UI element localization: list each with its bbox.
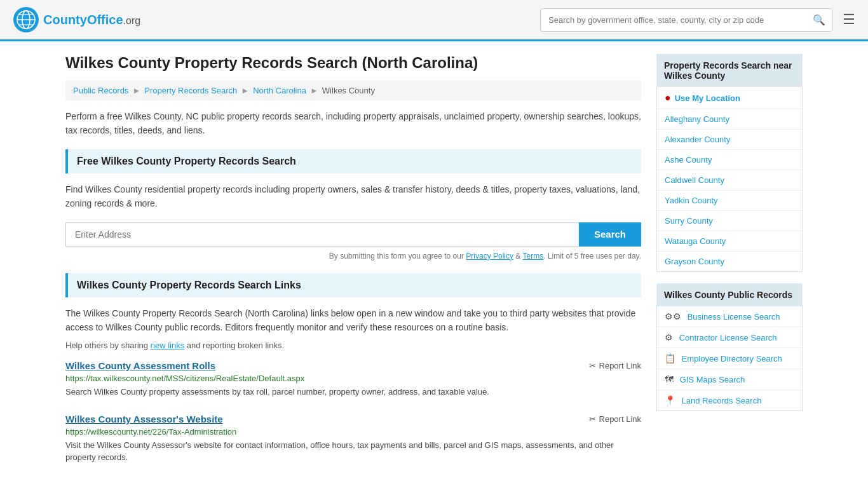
- logo-wordmark: CountyOffice.org: [43, 13, 140, 27]
- sidebar-item-contractor-license[interactable]: ⚙ Contractor License Search: [657, 327, 802, 348]
- sidebar-nearby-heading: Property Records Search near Wilkes Coun…: [656, 54, 803, 87]
- watauga-county-link[interactable]: Watauga County: [657, 231, 802, 251]
- sidebar-public-records-heading: Wilkes County Public Records: [656, 283, 803, 306]
- global-search-button[interactable]: 🔍: [806, 9, 832, 31]
- yadkin-county-link[interactable]: Yadkin County: [657, 191, 802, 210]
- record-link-title-1[interactable]: Wilkes County Assessor's Website: [65, 414, 223, 424]
- contractor-license-link[interactable]: ⚙ Contractor License Search: [657, 327, 802, 348]
- gear-icon: ⚙⚙: [665, 311, 681, 322]
- sidebar-item-surry[interactable]: Surry County: [657, 211, 802, 231]
- sidebar-item-business-license[interactable]: ⚙⚙ Business License Search: [657, 306, 802, 327]
- sidebar-item-caldwell[interactable]: Caldwell County: [657, 170, 802, 191]
- address-search-form: Search By submitting this form you agree…: [65, 222, 641, 261]
- location-pin-icon: ●: [665, 92, 671, 104]
- global-search-bar[interactable]: 🔍: [540, 8, 832, 32]
- use-location-link[interactable]: ● Use My Location: [657, 87, 802, 109]
- land-pin-icon: 📍: [665, 395, 675, 405]
- page-container: Wilkes County Property Records Search (N…: [53, 41, 815, 488]
- land-records-link[interactable]: 📍 Land Records Search: [657, 390, 802, 410]
- free-search-heading: Free Wilkes County Property Records Sear…: [65, 149, 641, 173]
- employee-directory-link[interactable]: 📋 Employee Directory Search: [657, 348, 802, 369]
- help-text: Help others by sharing new links and rep…: [65, 341, 641, 350]
- breadcrumb-item-wilkes-county: Wilkes County: [322, 86, 375, 95]
- logo-icon: [13, 6, 39, 33]
- breadcrumb-item-north-carolina[interactable]: North Carolina: [253, 86, 306, 95]
- sidebar-nearby-list: ● Use My Location Alleghany County Alexa…: [656, 87, 803, 272]
- free-search-description: Find Wilkes County residential property …: [65, 182, 641, 211]
- record-link-item-1: Wilkes County Assessor's Website ✂ Repor…: [65, 414, 641, 464]
- record-link-item-0: Wilkes County Assessment Rolls ✂ Report …: [65, 360, 641, 398]
- record-desc-0: Search Wilkes County property assessment…: [65, 386, 641, 398]
- breadcrumb: Public Records ► Property Records Search…: [65, 81, 641, 100]
- alleghany-county-link[interactable]: Alleghany County: [657, 109, 802, 129]
- sidebar-public-records-list: ⚙⚙ Business License Search ⚙ Contractor …: [656, 306, 803, 411]
- privacy-policy-link[interactable]: Privacy Policy: [466, 252, 513, 261]
- logo[interactable]: CountyOffice.org: [13, 6, 140, 33]
- header-search-area: 🔍 ☰: [540, 8, 855, 32]
- address-search-input[interactable]: [65, 222, 579, 247]
- new-links-link[interactable]: new links: [151, 341, 184, 350]
- page-description: Perform a free Wilkes County, NC public …: [65, 109, 641, 138]
- record-link-title-0[interactable]: Wilkes County Assessment Rolls: [65, 360, 215, 371]
- sidebar-item-land-records[interactable]: 📍 Land Records Search: [657, 390, 802, 410]
- caldwell-county-link[interactable]: Caldwell County: [657, 170, 802, 190]
- settings-icon: ⚙: [665, 332, 673, 342]
- record-url-0: https://tax.wilkescounty.net/MSS/citizen…: [65, 374, 641, 383]
- hamburger-menu-icon[interactable]: ☰: [843, 11, 855, 28]
- page-title: Wilkes County Property Records Search (N…: [65, 54, 641, 72]
- sidebar-item-alexander[interactable]: Alexander County: [657, 130, 802, 150]
- main-content: Wilkes County Property Records Search (N…: [65, 54, 641, 479]
- map-icon: 🗺: [665, 374, 674, 384]
- sidebar-item-gis-maps[interactable]: 🗺 GIS Maps Search: [657, 369, 802, 390]
- sidebar: Property Records Search near Wilkes Coun…: [656, 54, 803, 479]
- scissors-icon-0: ✂: [589, 361, 596, 370]
- global-search-input[interactable]: [541, 10, 806, 30]
- sidebar-item-ashe[interactable]: Ashe County: [657, 150, 802, 170]
- address-search-row: Search: [65, 222, 641, 247]
- sidebar-item-alleghany[interactable]: Alleghany County: [657, 109, 802, 130]
- sidebar-item-yadkin[interactable]: Yadkin County: [657, 191, 802, 211]
- form-note: By submitting this form you agree to our…: [65, 252, 641, 261]
- links-section: Wilkes County Property Records Search Li…: [65, 273, 641, 464]
- breadcrumb-item-property-records-search[interactable]: Property Records Search: [144, 86, 237, 95]
- breadcrumb-item-public-records[interactable]: Public Records: [73, 86, 128, 95]
- alexander-county-link[interactable]: Alexander County: [657, 130, 802, 149]
- gis-maps-link[interactable]: 🗺 GIS Maps Search: [657, 369, 802, 390]
- business-license-link[interactable]: ⚙⚙ Business License Search: [657, 306, 802, 327]
- record-url-1: https://wilkescounty.net/226/Tax-Adminis…: [65, 427, 641, 437]
- sidebar-public-records-section: Wilkes County Public Records ⚙⚙ Business…: [656, 283, 803, 411]
- sidebar-item-use-location[interactable]: ● Use My Location: [657, 87, 802, 109]
- grayson-county-link[interactable]: Grayson County: [657, 252, 802, 271]
- scissors-icon-1: ✂: [589, 414, 596, 424]
- links-description: The Wilkes County Property Records Searc…: [65, 306, 641, 335]
- address-search-button[interactable]: Search: [579, 222, 641, 247]
- surry-county-link[interactable]: Surry County: [657, 211, 802, 231]
- ashe-county-link[interactable]: Ashe County: [657, 150, 802, 170]
- list-icon: 📋: [665, 353, 675, 363]
- sidebar-nearby-section: Property Records Search near Wilkes Coun…: [656, 54, 803, 272]
- sidebar-item-grayson[interactable]: Grayson County: [657, 252, 802, 271]
- terms-link[interactable]: Terms: [522, 252, 543, 261]
- sidebar-item-watauga[interactable]: Watauga County: [657, 231, 802, 252]
- sidebar-item-employee-directory[interactable]: 📋 Employee Directory Search: [657, 348, 802, 369]
- record-desc-1: Visit the Wilkes County Assessor's websi…: [65, 439, 641, 464]
- site-header: CountyOffice.org 🔍 ☰: [0, 0, 868, 41]
- report-link-button-1[interactable]: ✂ Report Link: [589, 414, 641, 424]
- links-section-heading: Wilkes County Property Records Search Li…: [65, 273, 641, 297]
- report-link-button-0[interactable]: ✂ Report Link: [589, 361, 641, 370]
